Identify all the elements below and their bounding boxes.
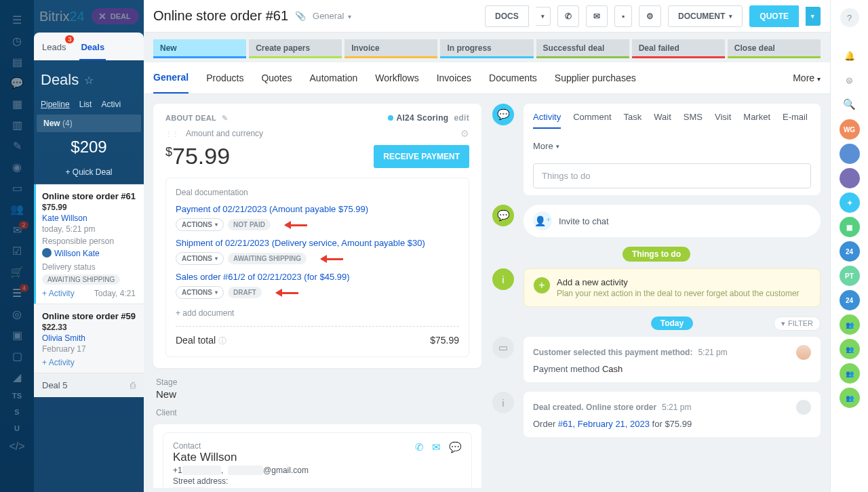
email-button[interactable]: ✉ [586,5,608,27]
stage-close[interactable]: Close deal [728,39,821,58]
quick-deal-button[interactable]: + Quick Deal [34,163,144,184]
avatar[interactable] [796,400,811,415]
workspace-avatar[interactable]: 👥 [840,339,860,359]
stage-successful[interactable]: Successful deal [536,39,629,58]
left-column: Leads3 Deals Deals☆ Pipeline List Activi… [34,33,144,397]
add-document-link[interactable]: + add document [176,308,234,318]
view-pipeline[interactable]: Pipeline [41,100,70,109]
gear-icon[interactable]: ⚙ [460,128,469,139]
subtab-documents[interactable]: Documents [489,63,537,93]
workspace-avatar[interactable]: WG [840,119,860,140]
stage-in-progress[interactable]: In progress [440,39,533,58]
avatar[interactable] [796,345,811,360]
quote-dropdown[interactable]: ▾ [806,7,821,26]
doc-shipment-link[interactable]: Shipment of 02/21/2023 (Delivery service… [176,238,459,248]
edit-link[interactable]: edit [454,113,469,123]
help-icon[interactable]: ? [840,8,859,27]
actions-dropdown[interactable]: ACTIONS ▾ [176,286,224,299]
view-activity[interactable]: Activi [101,100,121,109]
act-tab-wait[interactable]: Wait [654,112,671,129]
printer-icon[interactable]: ⎙ [130,380,136,390]
edit-icon[interactable]: ✎ [222,114,228,123]
subtab-quotes[interactable]: Quotes [261,63,292,93]
actions-dropdown[interactable]: ACTIONS ▾ [176,218,224,231]
stage-bar: New Create papers Invoice In progress Su… [144,33,830,62]
deal-card-5[interactable]: Deal 5⎙ [34,373,144,397]
page-title: Online store order #61 [153,8,288,24]
workspace-avatar[interactable] [840,144,860,164]
workspace-avatar[interactable]: 👥 [840,314,860,335]
view-list[interactable]: List [79,100,92,109]
stage-new[interactable]: New [153,39,246,58]
act-tab-email[interactable]: E-mail [783,112,808,129]
invite-chat-card[interactable]: 👤⁺ Invite to chat [524,205,821,237]
subtab-automation[interactable]: Automation [310,63,358,93]
add-activity-link[interactable]: + Activity [42,358,75,367]
attach-icon[interactable]: 📎 [295,11,306,21]
doc-payment-link[interactable]: Payment of 02/21/2023 (Amount payable $7… [176,204,459,214]
act-tab-sms[interactable]: SMS [684,112,703,129]
deal-card-59[interactable]: Online store order #59 $22.33 Olivia Smi… [34,304,144,373]
workspace-avatar[interactable] [840,168,860,188]
subtab-workflows[interactable]: Workflows [375,63,418,93]
workspace-avatar[interactable]: ▦ [840,217,860,237]
workspace-avatar[interactable]: 24 [840,241,860,262]
breadcrumb[interactable]: General ▾ [313,11,351,21]
right-sidebar: ? 🔔 ⊜ 🔍 WG✦▦24PT24👥👥👥👥 [830,0,868,492]
act-tab-more[interactable]: More ▾ [533,141,559,157]
docs-button[interactable]: DOCS [485,5,529,27]
ai-scoring[interactable]: AI24 Scoring [388,113,448,123]
docs-dropdown[interactable]: ▾ [536,7,551,26]
workspace-avatar[interactable]: PT [840,266,860,286]
workspace-avatar[interactable]: 👥 [840,388,860,408]
subtab-general[interactable]: General [153,62,189,94]
phone-button[interactable]: ✆ [557,5,579,27]
tab-leads[interactable]: Leads3 [41,38,67,60]
document-button[interactable]: DOCUMENT ▾ [668,5,743,27]
stage-create-papers[interactable]: Create papers [249,39,342,58]
contact-email-icon[interactable]: ✉ [432,441,441,453]
settings-button[interactable]: ⚙ [639,5,661,27]
workspace-avatar[interactable]: 👥 [840,363,860,384]
subtab-invoices[interactable]: Invoices [437,63,471,93]
chat-button[interactable]: ▪ [614,5,632,27]
workspace-avatar[interactable]: ✦ [840,192,860,213]
subtab-more[interactable]: More ▾ [793,73,821,83]
workspace-avatar[interactable]: 24 [840,290,860,310]
filter-button[interactable]: ▾FILTER [774,316,821,331]
actions-dropdown[interactable]: ACTIONS ▾ [176,252,224,265]
star-icon[interactable]: ☆ [84,74,94,87]
shipping-badge: AWAITING SHIPPING [42,274,120,285]
drag-handle[interactable]: ⋮⋮ [165,130,179,138]
stage-invoice[interactable]: Invoice [344,39,437,58]
arrow-annotation [316,255,343,263]
act-tab-comment[interactable]: Comment [573,112,611,129]
deal-total-row: Deal totalⓘ $75.99 [176,335,459,347]
contact-name[interactable]: Kate Willson [173,451,237,464]
todo-input[interactable]: Things to do [533,163,811,188]
receive-payment-button[interactable]: RECEIVE PAYMENT [374,145,469,168]
leads-badge: 3 [65,35,74,43]
tab-deals[interactable]: Deals [79,38,106,60]
search-icon[interactable]: 🔍 [840,95,859,114]
order-link[interactable]: #61, February 21, 2023 [558,419,650,429]
add-activity-link[interactable]: + Activity [42,289,75,298]
act-tab-task[interactable]: Task [624,112,642,129]
stage-failed[interactable]: Deal failed [632,39,725,58]
act-tab-market[interactable]: Market [743,112,770,129]
act-tab-activity[interactable]: Activity [533,112,561,129]
subtab-products[interactable]: Products [206,63,243,93]
contact-chat-icon[interactable]: 💬 [449,441,462,453]
quote-button[interactable]: QUOTE [749,5,799,27]
add-activity-hint[interactable]: + Add a new activity Plan your next acti… [524,268,821,307]
act-tab-visit[interactable]: Visit [715,112,731,129]
stage-label-new[interactable]: New (4) [37,115,141,132]
lines-icon[interactable]: ⊜ [840,70,859,89]
contact-phone-icon[interactable]: ✆ [415,441,424,453]
plus-icon[interactable]: + [534,277,550,293]
subtab-supplier[interactable]: Supplier purchases [555,63,636,93]
bell-icon[interactable]: 🔔 [840,46,859,65]
deal-card-61[interactable]: Online store order #61 $75.99 Kate Wills… [34,184,144,304]
doc-sales-order-link[interactable]: Sales order #61/2 of 02/21/2023 (for $45… [176,272,459,282]
activity-icon: 💬 [492,104,514,125]
